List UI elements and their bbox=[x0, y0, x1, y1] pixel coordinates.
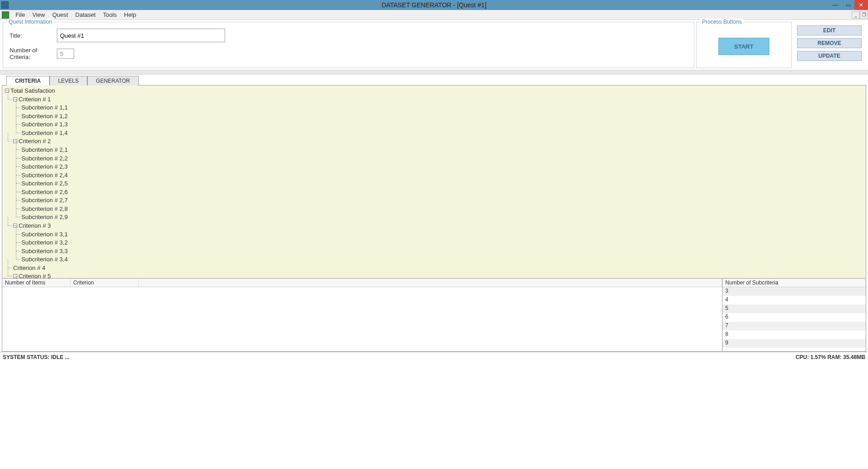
mdi-restore[interactable]: ❐ bbox=[860, 11, 868, 19]
close-button[interactable]: ✕ bbox=[854, 0, 868, 10]
tree-node-label[interactable]: Subcriterion # 2,1 bbox=[21, 146, 68, 153]
tree-subcriterion-node[interactable]: Subcriterion # 3,4 bbox=[21, 255, 864, 264]
minimize-button[interactable]: — bbox=[829, 0, 842, 10]
tree-node-label[interactable]: Subcriterion # 3,4 bbox=[21, 256, 68, 263]
tree-node-label[interactable]: Subcriterion # 2,9 bbox=[21, 214, 68, 220]
num-criteria-label: Number of Criteria: bbox=[7, 47, 57, 60]
tree-subcriterion-node[interactable]: Subcriterion # 1,3 bbox=[21, 120, 864, 129]
tree-subcriterion-node[interactable]: Subcriterion # 2,9 bbox=[21, 213, 864, 221]
quest-info-legend: Quest Information bbox=[7, 19, 54, 25]
tree-node-label[interactable]: Subcriterion # 1,1 bbox=[21, 104, 68, 111]
tree-node-label[interactable]: Criterion # 2 bbox=[19, 138, 51, 145]
tree-subcriterion-node[interactable]: Subcriterion # 2,2 bbox=[21, 154, 864, 163]
tree-node-label[interactable]: Subcriterion # 2,6 bbox=[21, 188, 68, 195]
tree-subcriterion-node[interactable]: Subcriterion # 2,6 bbox=[21, 188, 864, 196]
expander-icon[interactable]: − bbox=[5, 89, 9, 93]
cell-subcriteria-count: 6 bbox=[722, 313, 731, 322]
col-blank bbox=[139, 279, 722, 287]
tree-root-node[interactable]: −Total Satisfaction−Criterion # 1Subcrit… bbox=[5, 86, 864, 279]
tree-node-label[interactable]: Subcriterion # 2,5 bbox=[21, 180, 68, 187]
expander-icon[interactable]: − bbox=[13, 224, 17, 228]
table-row[interactable]: 3 bbox=[722, 287, 866, 296]
tree-node-label[interactable]: Total Satisfaction bbox=[10, 87, 55, 94]
tree-subcriterion-node[interactable]: Subcriterion # 2,3 bbox=[21, 162, 864, 171]
menu-view[interactable]: View bbox=[29, 10, 49, 19]
tree-node-label[interactable]: Subcriterion # 2,3 bbox=[21, 163, 68, 170]
table-row[interactable]: 7 bbox=[722, 322, 866, 330]
tree-node-label[interactable]: Subcriterion # 1,4 bbox=[21, 129, 68, 136]
expander-icon[interactable]: − bbox=[13, 97, 17, 101]
tree-node-label[interactable]: Subcriterion # 1,3 bbox=[21, 121, 68, 128]
start-button[interactable]: START bbox=[718, 38, 769, 55]
criteria-tree[interactable]: −Total Satisfaction−Criterion # 1Subcrit… bbox=[4, 86, 864, 279]
tree-node-label[interactable]: Subcriterion # 3,2 bbox=[21, 239, 68, 246]
tree-subcriterion-node[interactable]: Subcriterion # 3,2 bbox=[21, 238, 864, 247]
tree-subcriterion-node[interactable]: Subcriterion # 2,1 bbox=[21, 145, 864, 154]
tree-criterion-node[interactable]: −Criterion # 5Subcriterion # 5,1 bbox=[13, 272, 864, 279]
menu-quest[interactable]: Quest bbox=[49, 10, 72, 19]
tree-area[interactable]: −Total Satisfaction−Criterion # 1Subcrit… bbox=[2, 85, 866, 279]
tab-generator[interactable]: GENERATOR bbox=[87, 76, 139, 85]
mdi-minimize[interactable]: _ bbox=[852, 11, 860, 19]
grid-right-body[interactable]: 3456789 bbox=[722, 287, 866, 351]
tree-node-label[interactable]: Criterion # 5 bbox=[19, 273, 51, 279]
maximize-button[interactable]: ▭ bbox=[842, 0, 854, 10]
tree-subcriterion-node[interactable]: Subcriterion # 2,4 bbox=[21, 171, 864, 180]
tree-node-label[interactable]: Subcriterion # 3,1 bbox=[21, 230, 68, 237]
tree-node-label[interactable]: Subcriterion # 2,7 bbox=[21, 197, 68, 204]
tree-node-label[interactable]: Subcriterion # 2,8 bbox=[21, 205, 68, 212]
grid-left-body[interactable] bbox=[2, 287, 722, 351]
menu-help[interactable]: Help bbox=[120, 10, 140, 19]
menu-tools[interactable]: Tools bbox=[99, 10, 120, 19]
table-row[interactable]: 5 bbox=[722, 304, 866, 313]
remove-button[interactable]: REMOVE bbox=[797, 38, 862, 48]
tree-node-label[interactable]: Subcriterion # 1,2 bbox=[21, 112, 68, 119]
tab-criteria[interactable]: CRITERIA bbox=[6, 76, 50, 85]
tree-node-label[interactable]: Criterion # 1 bbox=[19, 95, 51, 102]
tree-subcriterion-node[interactable]: Subcriterion # 2,8 bbox=[21, 205, 864, 213]
tree-subcriterion-node[interactable]: Subcriterion # 3,1 bbox=[21, 230, 864, 239]
tree-node-label[interactable]: Criterion # 4 bbox=[13, 264, 45, 271]
cell-subcriteria-count: 3 bbox=[722, 287, 731, 296]
edit-button[interactable]: EDIT bbox=[797, 25, 862, 35]
col-criterion[interactable]: Criterion bbox=[70, 279, 139, 287]
tree-subcriterion-node[interactable]: Subcriterion # 2,7 bbox=[21, 196, 864, 205]
menu-file[interactable]: File bbox=[12, 10, 29, 19]
tree-node-label[interactable]: Subcriterion # 2,2 bbox=[21, 155, 68, 161]
mdi-buttons: _ ❐ bbox=[852, 11, 868, 19]
grid-left: Number of Items Criterion bbox=[2, 279, 722, 351]
num-criteria-input[interactable] bbox=[57, 49, 74, 59]
menu-dataset[interactable]: Dataset bbox=[72, 10, 100, 19]
status-right: CPU: 1.57% RAM: 35.48MB bbox=[796, 354, 865, 360]
tree-node-label[interactable]: Subcriterion # 3,3 bbox=[21, 247, 68, 254]
status-left: SYSTEM STATUS: IDLE ... bbox=[3, 354, 70, 360]
title-input[interactable] bbox=[57, 29, 225, 42]
table-row[interactable]: 8 bbox=[722, 330, 866, 339]
tree-subcriterion-node[interactable]: Subcriterion # 1,2 bbox=[21, 112, 864, 120]
col-number-of-items[interactable]: Number of Items bbox=[2, 279, 70, 287]
tree-node-label[interactable]: Criterion # 3 bbox=[19, 222, 51, 229]
col-number-of-subcriteria[interactable]: Number of Subcriteria bbox=[722, 279, 866, 287]
app-icon bbox=[1, 1, 9, 9]
table-row[interactable]: 6 bbox=[722, 313, 866, 322]
cell-subcriteria-count: 4 bbox=[722, 296, 731, 304]
tree-criterion-node[interactable]: −Criterion # 2Subcriterion # 2,1Subcrite… bbox=[13, 137, 864, 221]
tab-levels[interactable]: LEVELS bbox=[50, 76, 87, 85]
tree-subcriterion-node[interactable]: Subcriterion # 1,4 bbox=[21, 129, 864, 137]
tree-node-label[interactable]: Subcriterion # 2,4 bbox=[21, 171, 68, 178]
grid-left-header: Number of Items Criterion bbox=[2, 279, 722, 287]
update-button[interactable]: UPDATE bbox=[797, 51, 862, 61]
tree-criterion-node[interactable]: Criterion # 4 bbox=[13, 264, 864, 272]
mdi-child-icon bbox=[2, 11, 9, 19]
table-row[interactable]: 9 bbox=[722, 339, 866, 348]
expander-icon[interactable]: − bbox=[13, 274, 17, 278]
tree-criterion-node[interactable]: −Criterion # 3Subcriterion # 3,1Subcrite… bbox=[13, 221, 864, 264]
tree-subcriterion-node[interactable]: Subcriterion # 3,3 bbox=[21, 247, 864, 255]
tree-subcriterion-node[interactable]: Subcriterion # 1,1 bbox=[21, 103, 864, 112]
table-row[interactable]: 4 bbox=[722, 296, 866, 304]
grid-area: Number of Items Criterion Number of Subc… bbox=[2, 279, 866, 351]
expander-icon[interactable]: − bbox=[13, 139, 17, 143]
tree-subcriterion-node[interactable]: Subcriterion # 2,5 bbox=[21, 179, 864, 188]
title-label: Title: bbox=[7, 32, 57, 39]
tree-criterion-node[interactable]: −Criterion # 1Subcriterion # 1,1Subcrite… bbox=[13, 95, 864, 137]
